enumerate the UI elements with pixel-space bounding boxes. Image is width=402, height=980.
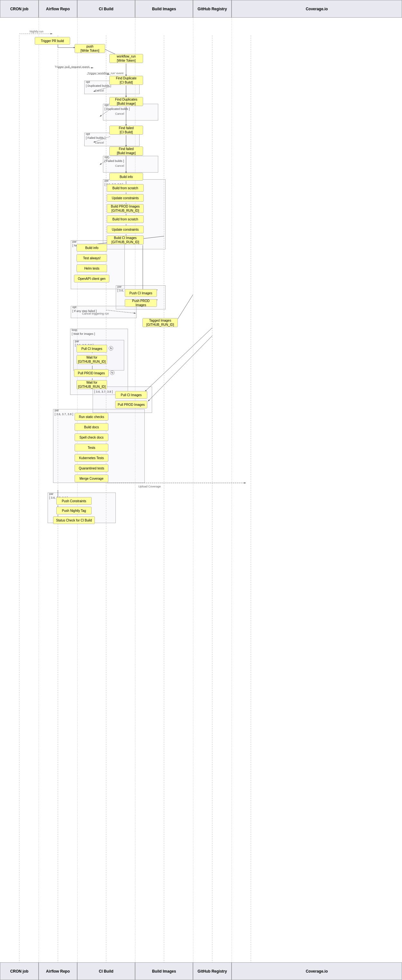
lane-footer-github-registry: GitHub Registry [193,963,231,980]
lane-footer-coverage: Coverage.io [231,963,402,980]
node-build-from-scratch-2: Build from scratch [107,215,144,223]
node-helm-tests: Helm tests [77,264,107,272]
node-push-constraints: Push Constraints [56,497,92,505]
frame-opt-failed-ci: opt [ Failed builds ] [84,133,140,146]
frame-opt-failed-build: opt [ Failed builds ] [103,156,158,173]
diagram: Nightly run Trigger PR build push[Write … [0,18,402,963]
lane-header-github-registry: GitHub Registry [193,0,231,18]
node-pull-ci-images-par: Pull CI Images [115,391,147,399]
node-find-duplicates-build-image: Find Duplicates[Build Image] [109,97,143,106]
lane-footer-cron: CRON job [0,963,38,980]
node-quarantined-tests: Quarantined tests [75,464,108,472]
node-tagged-images: Tagged Images[GITHUB_RUN_ID] [142,318,178,327]
trigger-pull-request-label: Trigger 'pull_request' event [55,65,89,68]
lane-footer-ci-build: CI Build [77,963,135,980]
svg-line-39 [145,328,212,392]
lane-footer-build-images: Build Images [135,963,193,980]
node-push-prod-images: Push PROD Images [125,299,157,307]
node-workflow-run-write-token: workflow_run[Write Token] [109,54,143,63]
node-run-static-checks: Run static checks [75,413,108,421]
lane-header-cron: CRON job [0,0,38,18]
node-update-constraints-2: Update constraints [107,226,144,233]
node-update-constraints-1: Update constraints [107,194,144,202]
node-tests: Tests [75,444,108,452]
cancel-triggering-label: Cancel triggering run [82,312,109,315]
lanes-header: CRON job Airflow Repo CI Build Build Ima… [0,0,402,18]
cancel-2-label: Cancel [115,112,124,115]
node-kubernetes-tests: Kubernetes Tests [75,454,108,462]
lane-header-airflow: Airflow Repo [38,0,77,18]
node-build-ci-images: Build CI Images[GITHUB_RUN_ID] [107,235,144,245]
cancel-4-label: Cancel [115,164,124,167]
svg-line-40 [148,336,212,401]
node-build-info-2: Build info [77,244,107,251]
node-push-ci-images: Push CI Images [125,289,157,297]
lanes-footer: CRON job Airflow Repo CI Build Build Ima… [0,963,402,980]
node-test-always: Test always! [77,254,107,262]
nightly-run-label: Nightly run [30,30,43,33]
node-pull-prod-images-par: Pull PROD Images [115,401,147,408]
cancel-3-label: Cancel [95,141,104,144]
lane-header-coverage: Coverage.io [231,0,402,18]
node-spell-check-docs: Spell check docs [75,433,108,441]
node-pull-prod-images-loop: Pull PROD Images [74,369,109,377]
node-push-write-token: push[Write Token] [75,44,105,53]
node-pull-ci-images-loop: Pull CI Images [77,345,107,353]
node-build-from-scratch-1: Build from scratch [107,184,144,192]
lane-header-build-images: Build Images [135,0,193,18]
loop-icon-1: ↻ [109,346,113,350]
node-wait-github-run-2: Wait for[GITHUB_RUN_ID] [77,380,107,389]
svg-line-34 [175,294,193,323]
lane-footer-airflow: Airflow Repo [38,963,77,980]
node-find-failed-ci: Find failed[CI Build] [109,126,143,135]
node-status-check-ci-build: Status Check for CI Build [53,516,95,524]
node-trigger-pr-build: Trigger PR build [35,37,70,45]
node-openapi-client-gen: OpenAPI client gen [74,275,109,282]
trigger-workflow-run-label: Trigger 'workflow_run' event [88,72,123,75]
node-build-info-1: Build info [109,173,143,181]
node-find-failed-build-image: Find failed[Build Image] [109,146,143,156]
upload-coverage-label: Upload Coverage [138,485,161,488]
frame-opt-duplicated-build: opt [ Duplicated builds ] [103,104,158,121]
lane-header-ci-build: CI Build [77,0,135,18]
node-find-duplicate-ci: Find Duplicate[CI Build] [109,76,143,85]
node-merge-coverage: Merge Coverage [75,474,108,482]
node-wait-github-run-1: Wait for[GITHUB_RUN_ID] [77,355,107,364]
cancel-1-label: Cancel [95,89,104,92]
loop-icon-2: ↻ [110,371,115,375]
node-push-nightly-tag: Push Nightly Tag [56,507,92,514]
node-build-docs: Build docs [75,423,108,431]
node-build-prod-images: Build PROD Images[GITHUB_RUN_ID] [107,204,144,213]
